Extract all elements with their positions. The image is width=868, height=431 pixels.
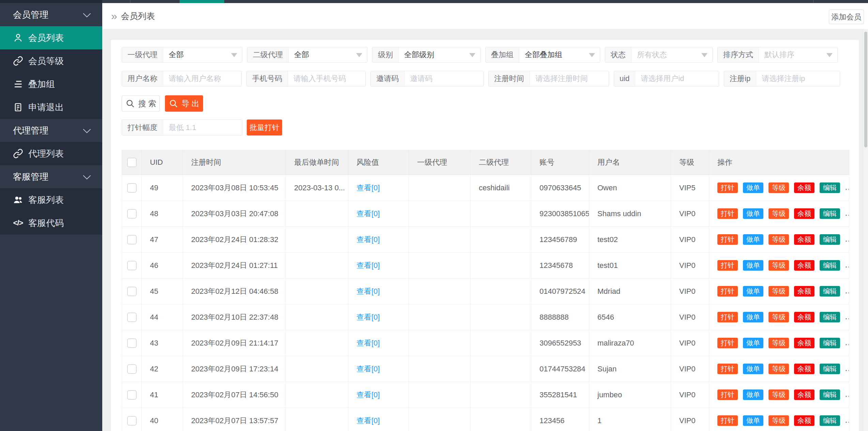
action-level-button[interactable]: 等级 [768,415,789,426]
filter-select[interactable]: 排序方式 默认排序 [717,47,838,63]
action-order-button[interactable]: 做单 [743,260,763,271]
action-level-button[interactable]: 等级 [768,312,789,322]
add-member-button[interactable]: 添加会员 [829,10,864,24]
export-button[interactable]: 导 出 [165,95,203,112]
filter-input[interactable] [530,71,609,86]
row-checkbox[interactable] [127,235,137,244]
action-edit-button[interactable]: 编辑 [820,234,840,245]
sidebar-section-toggle[interactable]: 会员管理 [0,3,102,26]
filter-input[interactable] [635,71,719,86]
more-actions[interactable]: ... [845,364,849,373]
row-checkbox[interactable] [127,183,137,193]
risk-view-link[interactable]: 查看[0] [356,365,380,373]
active-tab-indicator[interactable] [180,0,224,3]
row-checkbox[interactable] [127,390,137,400]
action-level-button[interactable]: 等级 [768,389,789,400]
risk-view-link[interactable]: 查看[0] [356,390,380,399]
action-edit-button[interactable]: 编辑 [820,389,840,400]
sidebar-section-toggle[interactable]: 代理管理 [0,119,102,142]
action-inject-button[interactable]: 打针 [717,234,738,245]
action-level-button[interactable]: 等级 [768,338,789,348]
action-edit-button[interactable]: 编辑 [820,208,840,219]
action-order-button[interactable]: 做单 [743,338,763,348]
action-inject-button[interactable]: 打针 [717,415,738,426]
action-level-button[interactable]: 等级 [768,182,789,193]
risk-view-link[interactable]: 查看[0] [356,313,380,321]
row-checkbox[interactable] [127,209,137,219]
action-inject-button[interactable]: 打针 [717,338,738,348]
action-inject-button[interactable]: 打针 [717,312,738,322]
sidebar-item[interactable]: </> 客服代码 [0,211,102,235]
more-actions[interactable]: ... [845,235,849,243]
action-level-button[interactable]: 等级 [768,364,789,374]
action-edit-button[interactable]: 编辑 [820,286,840,297]
action-balance-button[interactable]: 余额 [794,389,814,400]
scrollbar-thumb[interactable] [864,32,867,147]
filter-input[interactable] [163,71,241,86]
row-checkbox[interactable] [127,364,137,374]
row-checkbox[interactable] [127,416,137,426]
action-balance-button[interactable]: 余额 [794,312,814,322]
risk-view-link[interactable]: 查看[0] [356,183,380,192]
batch-inject-button[interactable]: 批量打针 [247,119,282,135]
risk-view-link[interactable]: 查看[0] [356,339,380,347]
action-level-button[interactable]: 等级 [768,234,789,245]
select-all-checkbox[interactable] [127,158,137,167]
action-order-button[interactable]: 做单 [743,182,763,193]
filter-select[interactable]: 级别 全部级别 [372,47,481,63]
sidebar-section-toggle[interactable]: 客服管理 [0,165,102,188]
action-inject-button[interactable]: 打针 [717,208,738,219]
risk-view-link[interactable]: 查看[0] [356,235,380,244]
action-balance-button[interactable]: 余额 [794,338,814,348]
action-order-button[interactable]: 做单 [743,234,763,245]
action-balance-button[interactable]: 余额 [794,234,814,245]
action-level-button[interactable]: 等级 [768,286,789,297]
row-checkbox[interactable] [127,261,137,270]
action-inject-button[interactable]: 打针 [717,389,738,400]
action-order-button[interactable]: 做单 [743,415,763,426]
filter-select[interactable]: 叠加组 全部叠加组 [485,47,600,63]
action-order-button[interactable]: 做单 [743,389,763,400]
action-balance-button[interactable]: 余额 [794,364,814,374]
sidebar-item[interactable]: 客服列表 [0,188,102,211]
filter-input[interactable] [288,71,365,86]
sidebar-item[interactable]: 申请退出 [0,96,102,119]
action-edit-button[interactable]: 编辑 [820,364,840,374]
action-balance-button[interactable]: 余额 [794,415,814,426]
action-inject-button[interactable]: 打针 [717,364,738,374]
more-actions[interactable]: ... [845,416,849,425]
page-scrollbar[interactable] [864,29,868,431]
sidebar-item[interactable]: 会员等级 [0,49,102,73]
row-checkbox[interactable] [127,287,137,296]
action-inject-button[interactable]: 打针 [717,182,738,193]
risk-view-link[interactable]: 查看[0] [356,209,380,218]
action-inject-button[interactable]: 打针 [717,286,738,297]
action-edit-button[interactable]: 编辑 [820,260,840,271]
action-balance-button[interactable]: 余额 [794,260,814,271]
row-checkbox[interactable] [127,338,137,348]
action-order-button[interactable]: 做单 [743,364,763,374]
more-actions[interactable]: ... [845,183,849,192]
action-balance-button[interactable]: 余额 [794,208,814,219]
more-actions[interactable]: ... [845,313,849,321]
filter-select[interactable]: 状态 所有状态 [605,47,713,63]
sidebar-item[interactable]: 代理列表 [0,142,102,165]
action-balance-button[interactable]: 余额 [794,182,814,193]
action-order-button[interactable]: 做单 [743,286,763,297]
more-actions[interactable]: ... [845,287,849,295]
more-actions[interactable]: ... [845,338,849,347]
filter-input[interactable] [756,71,840,86]
search-button[interactable]: 搜 索 [122,95,160,112]
action-level-button[interactable]: 等级 [768,260,789,271]
action-balance-button[interactable]: 余额 [794,286,814,297]
more-actions[interactable]: ... [845,390,849,399]
more-actions[interactable]: ... [845,261,849,269]
more-actions[interactable]: ... [845,209,849,218]
action-edit-button[interactable]: 编辑 [820,415,840,426]
filter-select[interactable]: 二级代理 全部 [247,47,367,63]
action-order-button[interactable]: 做单 [743,208,763,219]
inject-amplitude-input[interactable] [163,120,242,135]
row-checkbox[interactable] [127,313,137,322]
risk-view-link[interactable]: 查看[0] [356,416,380,425]
sidebar-item[interactable]: 会员列表 [0,26,102,49]
